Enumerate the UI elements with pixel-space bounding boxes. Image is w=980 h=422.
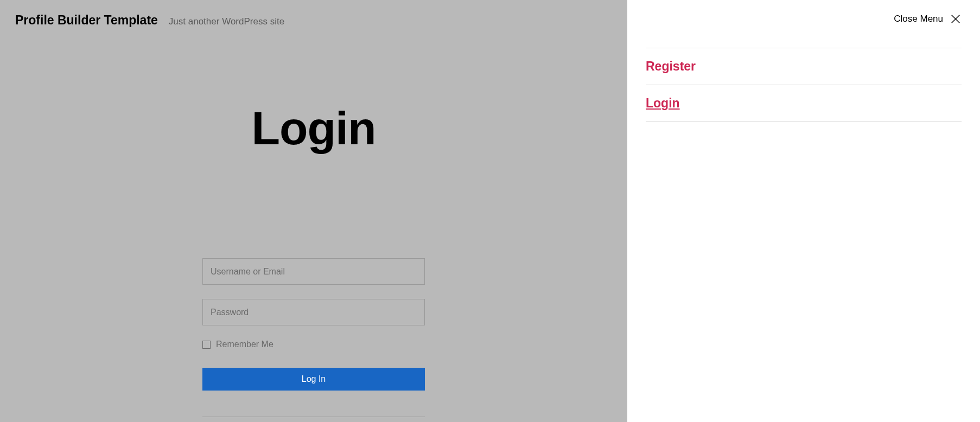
close-menu-button[interactable]: Close Menu	[646, 13, 962, 25]
password-input[interactable]	[202, 299, 425, 325]
site-tagline: Just another WordPress site	[169, 16, 284, 27]
site-title[interactable]: Profile Builder Template	[15, 13, 158, 28]
remember-label: Remember Me	[216, 340, 273, 349]
site-header: Profile Builder Template Just another Wo…	[0, 0, 627, 41]
menu-item-register[interactable]: Register	[646, 48, 962, 85]
remember-checkbox[interactable]	[202, 341, 211, 349]
login-form: Remember Me Log In	[202, 258, 425, 417]
username-input[interactable]	[202, 258, 425, 285]
close-icon	[950, 13, 962, 25]
menu-list: Register Login	[646, 48, 962, 122]
page-title: Login	[0, 101, 627, 155]
main-content: Profile Builder Template Just another Wo…	[0, 0, 627, 422]
close-menu-label: Close Menu	[894, 14, 943, 24]
side-menu: Close Menu Register Login	[627, 0, 980, 422]
remember-row: Remember Me	[202, 340, 425, 349]
form-divider	[202, 417, 425, 417]
login-button[interactable]: Log In	[202, 368, 425, 391]
menu-item-login[interactable]: Login	[646, 85, 962, 122]
